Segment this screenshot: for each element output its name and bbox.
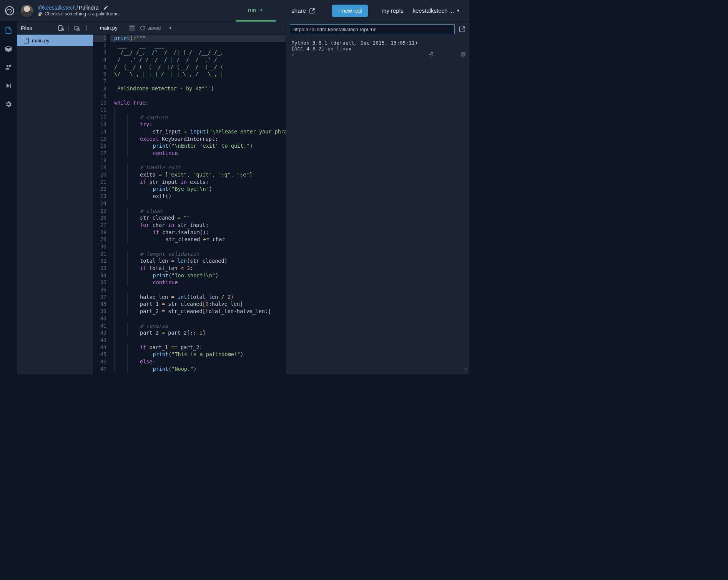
tabs-row: main.py saved ▼	[93, 22, 286, 35]
play-icon	[259, 8, 264, 12]
url-bar	[286, 22, 469, 37]
files-header: Files | ⋮	[17, 22, 93, 35]
edit-icon[interactable]	[103, 5, 108, 10]
my-repls-link[interactable]: my repls	[382, 7, 404, 14]
description-text: Checks if something is a palindrome.	[45, 11, 120, 17]
replit-logo[interactable]	[5, 6, 15, 16]
open-external-icon[interactable]	[459, 26, 465, 33]
file-name: main.py	[32, 38, 50, 43]
format-icon[interactable]	[129, 25, 135, 31]
new-file-icon[interactable]	[58, 25, 64, 31]
debugger-icon[interactable]	[4, 82, 13, 90]
chevron-down-icon: ▼	[456, 8, 460, 13]
file-item-main[interactable]: main.py	[17, 35, 93, 46]
console-output[interactable]: Python 3.6.1 (default, Dec 2015, 13:05:1…	[286, 37, 469, 374]
file-icon	[24, 38, 29, 43]
top-bar: @keestalkstech / Palindra Checks if some…	[0, 0, 469, 22]
packages-icon[interactable]	[4, 45, 13, 53]
console-toolbar: ✕	[428, 40, 465, 68]
saved-indicator: saved	[140, 25, 161, 31]
run-button[interactable]: run	[236, 0, 276, 22]
breadcrumb-user[interactable]: @keestalkstech	[38, 5, 76, 11]
settings-icon[interactable]	[4, 100, 13, 108]
breadcrumb: @keestalkstech / Palindra	[38, 5, 120, 11]
python-icon	[38, 12, 42, 16]
avatar[interactable]	[21, 5, 33, 17]
breadcrumb-project[interactable]: Palindra	[79, 5, 98, 11]
share-icon	[309, 8, 315, 14]
sidebar-icons	[0, 22, 17, 374]
new-folder-icon[interactable]	[73, 25, 80, 31]
help-icon[interactable]: ?	[464, 367, 467, 373]
url-input[interactable]	[290, 24, 455, 34]
files-panel: Files | ⋮ main.py	[17, 22, 93, 374]
tab-main[interactable]: main.py	[93, 22, 125, 34]
more-icon[interactable]: ⋮	[84, 25, 89, 31]
new-repl-button[interactable]: + new repl	[332, 5, 368, 17]
code-editor[interactable]: 1234567891011121314151617181920212223242…	[93, 35, 286, 374]
editor-area: main.py saved ▼ 123456789101112131415161…	[93, 22, 286, 374]
share-button[interactable]: share	[282, 0, 324, 22]
output-panel: Python 3.6.1 (default, Dec 2015, 13:05:1…	[286, 22, 469, 374]
clear-icon[interactable]: ✕	[461, 52, 465, 57]
refresh-icon	[140, 25, 145, 31]
project-info: @keestalkstech / Palindra Checks if some…	[38, 5, 120, 17]
multiplayer-icon[interactable]	[4, 63, 13, 72]
chevron-down-icon[interactable]: ▼	[168, 26, 172, 30]
user-menu[interactable]: keestalkstech ... ▼	[413, 7, 460, 14]
main-area: Files | ⋮ main.py main.py saved	[0, 22, 469, 374]
files-label: Files	[21, 25, 54, 31]
files-icon[interactable]	[4, 26, 13, 35]
project-description: Checks if something is a palindrome.	[38, 11, 120, 17]
svg-point-1	[7, 65, 8, 67]
exit-icon[interactable]	[428, 40, 458, 68]
